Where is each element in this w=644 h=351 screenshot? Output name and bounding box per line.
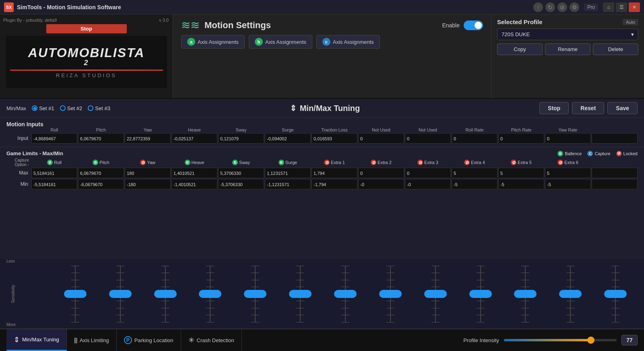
axis-tab-b[interactable]: b Axis Assignments	[249, 35, 312, 49]
radio-set2[interactable]: Set #2	[60, 105, 83, 111]
slider-thumb-3[interactable]	[199, 290, 221, 298]
tick-6-3	[341, 287, 349, 287]
tick-9-2	[477, 280, 485, 280]
slider-thumb-10[interactable]	[514, 290, 537, 298]
slider-thumb-7[interactable]	[379, 290, 402, 298]
nav-icon-1[interactable]: ↑	[533, 2, 543, 12]
radio-set3[interactable]: Set #3	[88, 105, 110, 111]
slider-col-12	[593, 261, 638, 327]
tick-2-8	[161, 322, 169, 322]
min-value-8: -0	[405, 179, 451, 189]
rename-button[interactable]: Rename	[545, 43, 590, 55]
tick-11-2	[566, 280, 574, 280]
tab-minmax-label: Min/Max Tuning	[22, 337, 59, 343]
delete-button[interactable]: Delete	[593, 43, 638, 55]
axis-tab-c[interactable]: c Axis Assignments	[316, 35, 380, 49]
slider-thumb-12[interactable]	[604, 290, 627, 298]
stop-button-top[interactable]: Stop	[46, 24, 127, 33]
tab-parking[interactable]: P Parking Location	[117, 329, 181, 351]
motion-inputs-title: Motion Inputs	[6, 121, 43, 127]
home-button[interactable]: ⌂	[603, 2, 614, 12]
tick-7-5	[386, 301, 394, 301]
min-value-1: -6,0679670	[78, 179, 124, 189]
col-badge-0: B	[47, 160, 53, 165]
legend-locked-icon: ⊘	[616, 151, 622, 156]
tab-crash[interactable]: ✳ Crash Detection	[181, 329, 242, 351]
stop-button[interactable]: Stop	[539, 102, 569, 114]
tab-c-label: Axis Assignments	[333, 39, 374, 45]
tick-1-1	[116, 273, 124, 273]
tab-minmax[interactable]: ⇕ Min/Max Tuning	[6, 329, 67, 351]
slider-thumb-0[interactable]	[64, 290, 87, 298]
tick-5-8	[296, 322, 304, 322]
max-value-7: 0	[358, 168, 404, 178]
tab-axis-limiting[interactable]: ||| Axis Limiting	[67, 329, 117, 351]
close-button[interactable]: ✕	[629, 2, 640, 12]
max-value-1: 6,0679670	[78, 168, 124, 178]
tick-2-5	[161, 301, 169, 301]
limits-header: Game Limits - Max/Min B Ballence C Captu…	[6, 150, 638, 156]
tick-3-1	[206, 273, 214, 273]
legend-ballence: B Ballence	[557, 151, 582, 156]
input-value-0: -4,8689467	[31, 133, 77, 144]
tick-11-3	[566, 287, 574, 287]
reset-button[interactable]: Reset	[572, 102, 604, 114]
legend-capture: C Capture	[587, 151, 610, 156]
slider-thumb-8[interactable]	[424, 290, 447, 298]
tick-2-6	[161, 308, 169, 308]
radio-set1[interactable]: Set #1	[32, 105, 54, 111]
intensity-thumb[interactable]	[587, 337, 594, 344]
slider-thumb-4[interactable]	[244, 290, 266, 298]
col-badge-5: B	[279, 160, 284, 165]
tick-3-6	[206, 308, 214, 308]
input-col-header-6: Traction Loss	[312, 127, 357, 132]
max-value-2: 180	[125, 168, 171, 178]
slider-thumb-2[interactable]	[154, 290, 177, 298]
titlebar: SX SimTools - Motion Simulation Software…	[0, 0, 644, 14]
enable-toggle[interactable]	[464, 21, 483, 30]
motion-header: ≋≋ Motion Settings Enable	[181, 18, 483, 32]
slider-thumb-6[interactable]	[334, 290, 357, 298]
max-value-12	[592, 168, 638, 178]
tick-5-7	[296, 315, 304, 315]
profile-header: Selected Profile Auto	[497, 18, 638, 25]
input-col-header-10: Pitch Rate	[498, 127, 544, 132]
tick-4-2	[251, 280, 259, 280]
limits-col-10: ⊘Extra 5	[498, 160, 544, 165]
copy-button[interactable]: Copy	[497, 43, 543, 55]
menu-button[interactable]: ☰	[616, 2, 627, 12]
nav-icon-4[interactable]: ⚙	[570, 2, 579, 12]
tick-4-0	[251, 266, 259, 266]
save-button[interactable]: Save	[607, 102, 638, 114]
input-value-10: 0	[498, 133, 544, 144]
tick-3-5	[206, 301, 214, 301]
slider-thumb-5[interactable]	[289, 290, 312, 298]
radio-group: Set #1 Set #2 Set #3	[32, 105, 110, 111]
nav-icon-2[interactable]: ↻	[545, 2, 555, 12]
input-col-header-1: Pitch	[78, 127, 124, 132]
tick-10-7	[521, 315, 529, 315]
tick-3-2	[206, 280, 214, 280]
slider-thumb-1[interactable]	[109, 290, 132, 298]
intensity-slider[interactable]	[504, 339, 617, 341]
profile-dropdown[interactable]: 720S DUKE ▾	[497, 29, 638, 40]
tick-11-0	[566, 266, 574, 266]
tab-parking-icon: P	[124, 336, 132, 344]
min-value-3: -1,4010521	[171, 179, 217, 189]
tick-2-7	[161, 315, 169, 315]
nav-icon-3[interactable]: ⊘	[557, 2, 567, 12]
tick-5-5	[296, 301, 304, 301]
game-title-area: AUTOMOBILISTA 2 REIZA STUDIOS	[10, 45, 163, 78]
tick-4-8	[251, 322, 259, 322]
slider-thumb-11[interactable]	[559, 290, 582, 298]
tick-12-6	[611, 308, 619, 308]
window-controls: ↑ ↻ ⊘ ⚙ Pro ⌂ ☰ ✕	[533, 2, 640, 12]
input-value-4: 0,121079	[218, 133, 264, 144]
set2-label: Set #2	[67, 105, 83, 111]
profile-chevron: ▾	[631, 31, 634, 37]
radio-circle-2	[60, 105, 66, 111]
slider-thumb-9[interactable]	[469, 290, 492, 298]
less-label: Less	[6, 259, 15, 263]
max-value-5: 1,1231571	[265, 168, 311, 178]
axis-tab-a[interactable]: a Axis Assignments	[181, 35, 245, 49]
